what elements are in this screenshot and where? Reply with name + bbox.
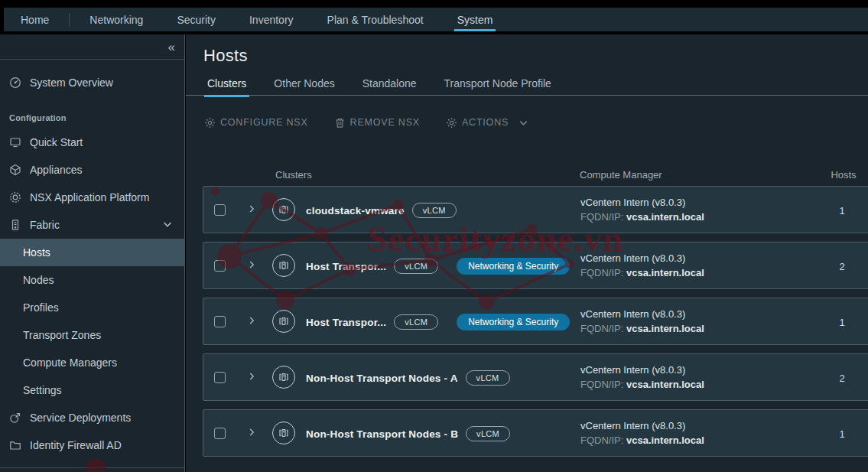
hosts-count: 1 xyxy=(819,298,865,346)
sidebar-item-quick-start[interactable]: Quick Start xyxy=(0,129,184,156)
column-header-hosts[interactable]: Hosts xyxy=(821,169,866,181)
sidebar-item-hosts[interactable]: Hosts xyxy=(0,239,184,266)
nav-system[interactable]: System xyxy=(447,8,504,31)
sidebar-item-label: Nodes xyxy=(23,274,54,286)
sidebar-item-compute-managers[interactable]: Compute Managers xyxy=(0,349,184,376)
table-row[interactable]: Host Transpor... vLCM Networking & Secur… xyxy=(203,298,868,345)
fqdn-label: FQDN/IP: xyxy=(580,267,623,278)
fqdn-value: vcsa.intern.local xyxy=(626,267,704,278)
cluster-name[interactable]: Host Transpor... xyxy=(306,317,386,328)
trash-icon xyxy=(334,117,346,129)
vlcm-badge: vLCM xyxy=(394,314,438,330)
tab-transport-node-profile[interactable]: Transport Node Profile xyxy=(444,71,551,96)
table-row[interactable]: Host Transpor... vLCM Networking & Secur… xyxy=(203,242,868,289)
nav-home[interactable]: Home xyxy=(10,8,60,31)
remove-nsx-label: REMOVE NSX xyxy=(350,117,420,128)
cluster-name[interactable]: Non-Host Transport Nodes - B xyxy=(306,428,458,440)
main-content: Hosts Clusters Other Nodes Standalone Tr… xyxy=(186,34,868,472)
chevron-right-icon[interactable] xyxy=(246,315,257,329)
nav-networking[interactable]: Networking xyxy=(79,8,154,31)
actions-menu-button[interactable]: ACTIONS xyxy=(446,117,529,129)
chevron-right-icon[interactable] xyxy=(246,371,257,385)
vlcm-badge: vLCM xyxy=(466,426,510,441)
collapse-sidebar-icon[interactable]: « xyxy=(168,41,175,54)
sidebar-item-label: Transport Zones xyxy=(23,329,101,341)
sidebar-item-label: Quick Start xyxy=(30,136,83,148)
nav-inventory[interactable]: Inventory xyxy=(239,8,304,31)
sidebar-item-label: Hosts xyxy=(23,246,50,259)
cluster-name[interactable]: cloudstack-vmware xyxy=(306,205,405,216)
compute-manager-name[interactable]: vCentern Intern (v8.0.3) xyxy=(580,363,704,377)
sidebar-item-nodes[interactable]: Nodes xyxy=(0,266,184,294)
compute-manager-name[interactable]: vCentern Intern (v8.0.3) xyxy=(580,418,704,433)
configure-nsx-button[interactable]: CONFIGURE NSX xyxy=(204,117,308,129)
gear-icon xyxy=(204,117,216,129)
sidebar-item-label: Service Deployments xyxy=(30,412,131,424)
nav-security[interactable]: Security xyxy=(166,8,226,31)
sidebar-item-fabric[interactable]: Fabric xyxy=(0,211,184,239)
tab-bar: Clusters Other Nodes Standalone Transpor… xyxy=(186,71,868,96)
fqdn-label: FQDN/IP: xyxy=(580,435,623,446)
cluster-name[interactable]: Host Transpor... xyxy=(306,261,386,272)
sidebar-item-service-deployments[interactable]: Service Deployments xyxy=(0,404,184,431)
row-checkbox[interactable] xyxy=(214,428,226,439)
hosts-count: 1 xyxy=(819,187,865,234)
table-row[interactable]: cloudstack-vmware vLCM vCentern Intern (… xyxy=(203,186,868,233)
sidebar-item-settings[interactable]: Settings xyxy=(0,376,184,404)
fqdn-value: vcsa.intern.local xyxy=(626,211,704,223)
fqdn-value: vcsa.intern.local xyxy=(626,323,704,334)
sidebar-section-configuration: Configuration xyxy=(0,107,184,129)
sidebar-item-appliances[interactable]: Appliances xyxy=(0,156,184,184)
fqdn-label: FQDN/IP: xyxy=(580,211,623,223)
sidebar-item-nsx-application-platform[interactable]: NSX Application Platform xyxy=(0,184,184,211)
hosts-count: 2 xyxy=(819,354,865,402)
page-title: Hosts xyxy=(203,46,248,66)
compute-manager-name[interactable]: vCentern Intern (v8.0.3) xyxy=(580,307,704,321)
sidebar-item-profiles[interactable]: Profiles xyxy=(0,294,184,321)
chevron-right-icon[interactable] xyxy=(246,427,257,441)
tab-other-nodes[interactable]: Other Nodes xyxy=(274,71,334,96)
nav-divider xyxy=(69,13,70,27)
fqdn-label: FQDN/IP: xyxy=(580,323,623,334)
remove-nsx-button[interactable]: REMOVE NSX xyxy=(334,117,420,129)
compute-manager-cell: vCentern Intern (v8.0.3) FQDN/IP: vcsa.i… xyxy=(580,418,704,448)
cluster-table: cloudstack-vmware vLCM vCentern Intern (… xyxy=(203,186,868,465)
cluster-name[interactable]: Non-Host Transport Nodes - A xyxy=(306,373,458,384)
sidebar-item-transport-zones[interactable]: Transport Zones xyxy=(0,321,184,349)
tab-clusters[interactable]: Clusters xyxy=(207,71,246,96)
table-row[interactable]: Non-Host Transport Nodes - A vLCM vCente… xyxy=(203,353,868,401)
sidebar: « System Overview Configuration Quick St… xyxy=(0,34,185,472)
nsx-manager-window: Home Networking Security Inventory Plan … xyxy=(0,0,868,472)
chevron-right-icon[interactable] xyxy=(246,203,257,217)
sidebar-item-label: Settings xyxy=(23,384,62,396)
vlcm-badge: vLCM xyxy=(412,203,457,218)
sidebar-divider xyxy=(0,467,184,468)
folder-icon xyxy=(9,439,22,452)
compute-manager-name[interactable]: vCentern Intern (v8.0.3) xyxy=(580,195,704,210)
display-icon xyxy=(9,136,22,149)
cluster-icon xyxy=(272,366,295,389)
tab-standalone[interactable]: Standalone xyxy=(362,71,417,96)
fqdn-value: vcsa.intern.local xyxy=(626,379,704,390)
row-checkbox[interactable] xyxy=(214,260,226,272)
column-header-compute-manager[interactable]: Compute Manager xyxy=(580,169,662,181)
sidebar-item-system-overview[interactable]: System Overview xyxy=(0,69,184,96)
top-nav: Home Networking Security Inventory Plan … xyxy=(4,8,868,31)
row-checkbox[interactable] xyxy=(214,372,226,383)
cluster-icon xyxy=(272,254,295,277)
sidebar-item-identity-firewall-ad[interactable]: Identity Firewall AD xyxy=(0,431,184,459)
column-header-clusters[interactable]: Clusters xyxy=(275,169,312,181)
table-row[interactable]: Non-Host Transport Nodes - B vLCM vCente… xyxy=(203,409,868,457)
compute-manager-name[interactable]: vCentern Intern (v8.0.3) xyxy=(580,251,704,265)
gear-icon xyxy=(446,117,457,129)
nav-plan-troubleshoot[interactable]: Plan & Troubleshoot xyxy=(317,8,434,31)
chevron-down-icon[interactable] xyxy=(161,218,174,233)
chevron-right-icon[interactable] xyxy=(246,259,257,273)
sidebar-item-label: NSX Application Platform xyxy=(30,191,149,203)
row-checkbox[interactable] xyxy=(214,316,226,327)
table-header: Clusters Compute Manager Hosts xyxy=(186,166,868,186)
networking-security-badge: Networking & Security xyxy=(457,314,570,330)
cluster-icon xyxy=(272,198,295,221)
row-checkbox[interactable] xyxy=(214,204,226,216)
sidebar-item-label: Appliances xyxy=(30,164,83,176)
